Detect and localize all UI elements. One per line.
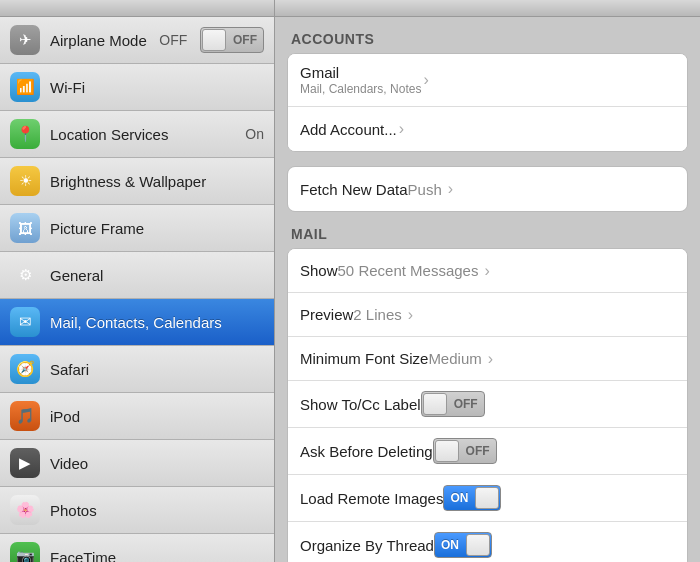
row-value-fetch-new-data: Push [408, 181, 442, 198]
sidebar-item-video[interactable]: ▶Video [0, 440, 274, 487]
sidebar: ✈Airplane ModeOFFOFF📶Wi-Fi📍Location Serv… [0, 0, 275, 562]
row-main-label-ask-delete: Ask Before Deleting [300, 443, 433, 460]
picture-icon: 🖼 [10, 213, 40, 243]
sidebar-item-safari[interactable]: 🧭Safari [0, 346, 274, 393]
section-label-mail: Mail [291, 226, 688, 242]
row-min-font[interactable]: Minimum Font SizeMedium› [288, 337, 687, 381]
sidebar-item-label-picture: Picture Frame [50, 220, 144, 237]
sidebar-item-airplane[interactable]: ✈Airplane ModeOFFOFF [0, 17, 274, 64]
row-main-label-add-account: Add Account... [300, 121, 397, 138]
row-value-min-font: Medium [428, 350, 481, 367]
row-label-load-remote: Load Remote Images [300, 490, 443, 507]
toggle-knob-ask-delete [435, 440, 459, 462]
row-main-label-show-tocc: Show To/Cc Label [300, 396, 421, 413]
row-add-account[interactable]: Add Account...› [288, 107, 687, 151]
row-main-label-min-font: Minimum Font Size [300, 350, 428, 367]
row-main-label-fetch-new-data: Fetch New Data [300, 181, 408, 198]
sidebar-item-label-brightness: Brightness & Wallpaper [50, 173, 206, 190]
row-label-fetch-new-data: Fetch New Data [300, 181, 408, 198]
sidebar-item-label-mail: Mail, Contacts, Calendars [50, 314, 222, 331]
wifi-icon: 📶 [10, 72, 40, 102]
sidebar-item-picture[interactable]: 🖼Picture Frame [0, 205, 274, 252]
sidebar-item-label-airplane: Airplane Mode [50, 32, 147, 49]
mail-icon: ✉ [10, 307, 40, 337]
location-icon: 📍 [10, 119, 40, 149]
row-load-remote[interactable]: Load Remote ImagesON [288, 475, 687, 522]
row-main-label-preview: Preview [300, 306, 353, 323]
brightness-icon: ☀ [10, 166, 40, 196]
row-show[interactable]: Show50 Recent Messages› [288, 249, 687, 293]
row-fetch-new-data[interactable]: Fetch New DataPush› [288, 167, 687, 211]
toggle-off-label-show-tocc: OFF [448, 397, 484, 411]
sidebar-item-label-wifi: Wi-Fi [50, 79, 85, 96]
group-fetch: Fetch New DataPush› [287, 166, 688, 212]
row-label-min-font: Minimum Font Size [300, 350, 428, 367]
row-gmail[interactable]: GmailMail, Calendars, Notes› [288, 54, 687, 107]
toggle-ask-delete[interactable]: OFF [433, 438, 497, 464]
ipod-icon: 🎵 [10, 401, 40, 431]
chevron-icon-preview: › [408, 306, 413, 324]
sidebar-item-value-location: On [245, 126, 264, 142]
facetime-icon: 📷 [10, 542, 40, 562]
general-icon: ⚙ [10, 260, 40, 290]
row-value-show: 50 Recent Messages [338, 262, 479, 279]
row-label-add-account: Add Account... [300, 121, 397, 138]
row-sublabel-gmail: Mail, Calendars, Notes [300, 82, 421, 96]
sidebar-item-label-video: Video [50, 455, 88, 472]
sidebar-item-label-facetime: FaceTime [50, 549, 116, 563]
airplane-toggle[interactable]: OFF [200, 27, 264, 53]
row-label-organize-thread: Organize By Thread [300, 537, 434, 554]
group-accounts: GmailMail, Calendars, Notes›Add Account.… [287, 53, 688, 152]
main-content: AccountsGmailMail, Calendars, Notes›Add … [275, 0, 700, 562]
chevron-icon-fetch-new-data: › [448, 180, 453, 198]
sidebar-item-photos[interactable]: 🌸Photos [0, 487, 274, 534]
row-ask-delete[interactable]: Ask Before DeletingOFF [288, 428, 687, 475]
toggle-load-remote[interactable]: ON [443, 485, 501, 511]
sidebar-title [0, 0, 274, 17]
toggle-organize-thread[interactable]: ON [434, 532, 492, 558]
video-icon: ▶ [10, 448, 40, 478]
row-main-label-gmail: Gmail [300, 64, 421, 81]
sidebar-item-facetime[interactable]: 📷FaceTime [0, 534, 274, 562]
toggle-on-label-organize-thread: ON [435, 538, 465, 552]
content-title [275, 0, 700, 17]
section-label-accounts: Accounts [291, 31, 688, 47]
sidebar-item-brightness[interactable]: ☀Brightness & Wallpaper [0, 158, 274, 205]
row-value-preview: 2 Lines [353, 306, 401, 323]
sidebar-item-label-ipod: iPod [50, 408, 80, 425]
row-show-tocc[interactable]: Show To/Cc LabelOFF [288, 381, 687, 428]
chevron-icon-show: › [484, 262, 489, 280]
row-label-ask-delete: Ask Before Deleting [300, 443, 433, 460]
chevron-icon-add-account: › [399, 120, 404, 138]
row-main-label-organize-thread: Organize By Thread [300, 537, 434, 554]
sidebar-item-mail[interactable]: ✉Mail, Contacts, Calendars [0, 299, 274, 346]
chevron-icon-gmail: › [423, 71, 428, 89]
toggle-knob [202, 29, 226, 51]
sidebar-item-ipod[interactable]: 🎵iPod [0, 393, 274, 440]
row-preview[interactable]: Preview2 Lines› [288, 293, 687, 337]
row-label-show-tocc: Show To/Cc Label [300, 396, 421, 413]
row-main-label-show: Show [300, 262, 338, 279]
sidebar-item-wifi[interactable]: 📶Wi-Fi [0, 64, 274, 111]
row-main-label-load-remote: Load Remote Images [300, 490, 443, 507]
row-organize-thread[interactable]: Organize By ThreadON [288, 522, 687, 562]
toggle-off-label: OFF [227, 33, 263, 47]
row-label-preview: Preview [300, 306, 353, 323]
row-label-gmail: GmailMail, Calendars, Notes [300, 64, 421, 96]
toggle-knob-load-remote [475, 487, 499, 509]
sidebar-item-value-airplane: OFF [159, 32, 187, 48]
toggle-knob-organize-thread [466, 534, 490, 556]
toggle-show-tocc[interactable]: OFF [421, 391, 485, 417]
sidebar-item-label-safari: Safari [50, 361, 89, 378]
airplane-icon: ✈ [10, 25, 40, 55]
sidebar-item-location[interactable]: 📍Location ServicesOn [0, 111, 274, 158]
sidebar-item-general[interactable]: ⚙General [0, 252, 274, 299]
content-body: AccountsGmailMail, Calendars, Notes›Add … [275, 17, 700, 562]
group-mail: Show50 Recent Messages›Preview2 Lines›Mi… [287, 248, 688, 562]
sidebar-item-label-location: Location Services [50, 126, 168, 143]
sidebar-item-label-photos: Photos [50, 502, 97, 519]
toggle-knob-show-tocc [423, 393, 447, 415]
toggle-on-label-load-remote: ON [444, 491, 474, 505]
row-label-show: Show [300, 262, 338, 279]
photos-icon: 🌸 [10, 495, 40, 525]
